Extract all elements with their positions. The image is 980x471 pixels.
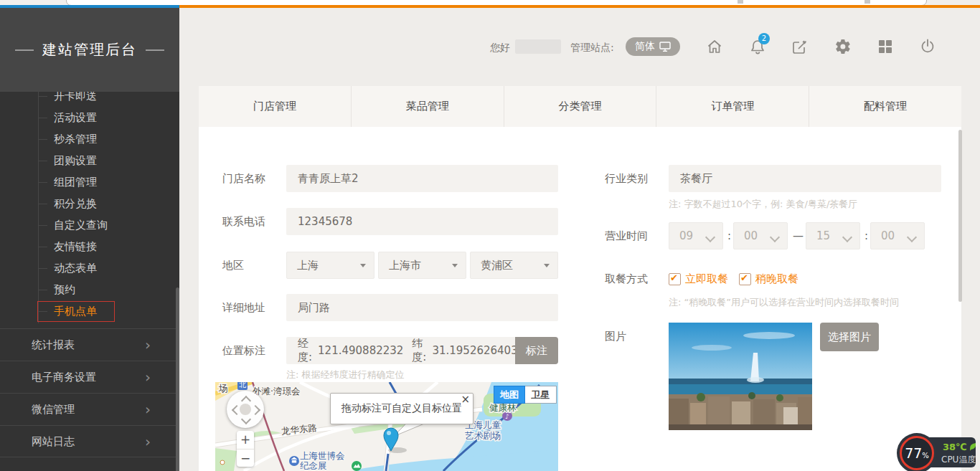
edit-icon[interactable]: [791, 38, 809, 55]
phone-input[interactable]: 12345678: [286, 208, 558, 235]
home-icon[interactable]: [706, 38, 723, 55]
close-hour-select[interactable]: 15: [806, 222, 860, 249]
chevron-right-icon: ›: [145, 329, 151, 361]
category-note: 注: 字数不超过10个字，例: 美食/粤菜/茶餐厅: [669, 198, 857, 211]
map-label-chang: 场: [218, 383, 228, 394]
close-icon[interactable]: ×: [461, 393, 470, 406]
pickup-later-checkbox[interactable]: ✔: [739, 273, 751, 285]
temp-text: 38℃: [943, 442, 967, 452]
satellite-type-button[interactable]: 卫星: [525, 386, 557, 404]
sidebar-item-mobile-order[interactable]: 手机点单: [54, 305, 97, 317]
apps-grid-icon[interactable]: [877, 38, 894, 55]
greeting-text: 您好: [490, 42, 510, 54]
choose-image-button[interactable]: 选择图片: [820, 323, 879, 351]
sidebar-item-custom-query[interactable]: 自定义查询: [54, 219, 108, 231]
chevron-down-icon: [842, 232, 852, 242]
zoom-in-button[interactable]: +: [237, 431, 254, 449]
sidebar-item-card-gift[interactable]: 开卡即送: [54, 90, 97, 102]
sidebar-section-ecommerce[interactable]: 电子商务设置 ›: [0, 361, 179, 393]
pickup-later-label[interactable]: 稍晚取餐: [755, 272, 798, 286]
map-label-shibo-1: 上海世博会: [300, 450, 345, 461]
chevron-right-icon: ›: [145, 361, 151, 394]
panel-scrollbar[interactable]: [958, 130, 962, 302]
cpu-usage-inner: 77 %: [900, 436, 934, 470]
address-input[interactable]: 局门路: [286, 294, 558, 321]
map-label-waitan: 外滩·湾璟会: [253, 386, 300, 396]
city-select[interactable]: 上海市: [378, 252, 466, 279]
map-pan-control[interactable]: [227, 391, 264, 428]
tab-dish-management[interactable]: 菜品管理: [352, 86, 504, 127]
image-label: 图片: [605, 330, 626, 343]
sidebar-item-activity[interactable]: 活动设置: [54, 112, 97, 123]
store-name-input[interactable]: 青青原上草2: [286, 165, 558, 192]
section-label: 统计报表: [32, 338, 75, 351]
tab-store-management[interactable]: 门店管理: [199, 86, 352, 127]
caret-down-icon: [452, 264, 458, 267]
caret-down-icon: [360, 264, 366, 267]
latitude-label: 纬度:: [412, 337, 426, 364]
tab-bar: 门店管理 菜品管理 分类管理 订单管理 配料管理: [199, 86, 961, 127]
map-type-button[interactable]: 地图: [494, 386, 525, 404]
sidebar-section-wechat[interactable]: 微信管理 ›: [0, 393, 179, 425]
location-label: 位置标注: [222, 337, 265, 364]
open-hour-select[interactable]: 09: [669, 222, 723, 249]
sidebar-section-reports[interactable]: 统计报表 ›: [0, 328, 179, 361]
sidebar-item-seckill[interactable]: 秒杀管理: [54, 133, 97, 145]
open-hour-value: 09: [679, 229, 693, 242]
caret-down-icon: [544, 264, 550, 267]
close-hour-value: 15: [816, 229, 830, 242]
district-select[interactable]: 黄浦区: [470, 252, 558, 279]
province-select[interactable]: 上海: [286, 252, 374, 279]
mark-location-button[interactable]: 标注: [515, 337, 558, 364]
chevron-right-icon: ›: [145, 394, 151, 426]
sidebar-scrollbar[interactable]: [176, 287, 179, 471]
province-value: 上海: [297, 259, 319, 272]
language-site-selector[interactable]: 简体: [626, 37, 680, 56]
location-input[interactable]: 经度: 121.490882232 纬度: 31.1952626403: [286, 337, 515, 364]
pickup-now-checkbox[interactable]: ✔: [669, 273, 681, 285]
sidebar-item-groupbuy[interactable]: 团购设置: [54, 155, 97, 166]
map-label-shibo-2: 纪念展: [300, 460, 327, 471]
cpu-usage-circle[interactable]: 77 %: [897, 433, 937, 471]
section-label: 微信管理: [32, 403, 75, 416]
monitor-icon: [659, 42, 671, 52]
music-poi-icon: ♪: [505, 413, 509, 420]
tab-order-management[interactable]: 订单管理: [656, 86, 809, 127]
close-minute-select[interactable]: 00: [870, 222, 925, 249]
gear-icon[interactable]: [834, 38, 852, 55]
sidebar-item-points[interactable]: 积分兑换: [54, 198, 97, 209]
pan-down-icon[interactable]: [241, 414, 251, 424]
bell-icon[interactable]: 2: [749, 38, 766, 55]
open-minute-select[interactable]: 00: [733, 222, 788, 249]
category-input[interactable]: 茶餐厅: [669, 165, 941, 192]
map-north-badge: 北: [237, 382, 248, 390]
power-icon[interactable]: [919, 38, 936, 55]
tab-category-management[interactable]: 分类管理: [504, 86, 657, 127]
district-value: 黄浦区: [481, 259, 513, 272]
address-label: 详细地址: [222, 294, 265, 321]
sidebar-header: 建站管理后台: [0, 8, 179, 92]
sidebar-item-links[interactable]: 友情链接: [54, 241, 97, 252]
pickup-now-label[interactable]: 立即取餐: [685, 272, 728, 286]
sidebar: 开卡即送 活动设置 秒杀管理 团购设置 组团管理 积分兑换 自定义查询 友情链接…: [0, 8, 179, 471]
browser-icon-remnant: [864, 0, 870, 4]
form-panel: 门店名称 青青原上草2 联系电话 12345678 地区 上海 上海市 黄浦区 …: [199, 127, 961, 471]
zoom-out-button[interactable]: −: [237, 449, 254, 467]
notification-badge: 2: [758, 33, 770, 44]
hours-dash: —: [793, 222, 804, 249]
section-label: 网站日志: [32, 435, 75, 448]
screen: 开卡即送 活动设置 秒杀管理 团购设置 组团管理 积分兑换 自定义查询 友情链接…: [0, 0, 980, 471]
check-icon: ✔: [740, 272, 748, 283]
close-minute-value: 00: [881, 229, 895, 242]
sidebar-section-logs[interactable]: 网站日志 ›: [0, 425, 179, 457]
sidebar-item-booking[interactable]: 预约: [54, 284, 75, 295]
longitude-value: 121.490882232: [318, 344, 403, 357]
chevron-down-icon: [705, 232, 715, 242]
phone-label: 联系电话: [222, 208, 265, 235]
site-label: 管理站点:: [570, 42, 614, 54]
sidebar-item-dynamic-form[interactable]: 动态表单: [54, 262, 97, 274]
sidebar-item-group-manage[interactable]: 组团管理: [54, 176, 97, 188]
map-canvas[interactable]: ♪ 场 外滩·湾璟会 龙华东路 健康林 上海儿童 艺术剧场 上海世博会 纪念展 …: [215, 382, 558, 471]
tab-ingredient-management[interactable]: 配料管理: [809, 86, 961, 127]
pan-right-icon[interactable]: [250, 405, 260, 415]
